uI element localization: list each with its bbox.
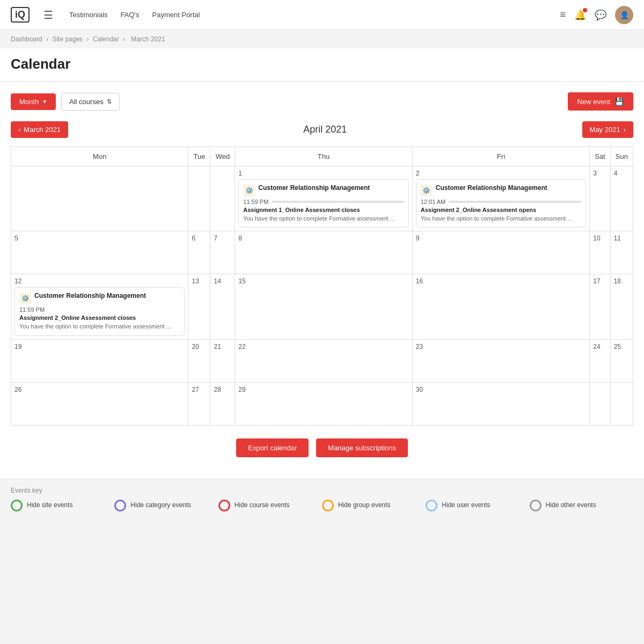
cell-thu-29: 29 xyxy=(235,382,412,425)
list-icon[interactable]: ≡ xyxy=(560,9,566,20)
calendar-row-3: 12 ⚙️ Customer Relationship Management 1… xyxy=(11,274,633,339)
next-month-button[interactable]: May 2021 › xyxy=(582,121,633,138)
key-item-site[interactable]: Hide site events xyxy=(11,500,114,511)
day-number: 12 xyxy=(14,277,185,285)
header-actions: ≡ 🔔 💬 👤 xyxy=(560,6,633,24)
key-item-course[interactable]: Hide course events xyxy=(218,500,322,511)
cell-thu-8: 8 xyxy=(235,231,412,274)
manage-subscriptions-button[interactable]: Manage subscriptions xyxy=(316,438,407,457)
nav-payment[interactable]: Payment Portal xyxy=(152,11,200,19)
cell-mon-19: 19 xyxy=(11,339,188,382)
prev-arrow: ‹ xyxy=(18,126,20,134)
save-icon: 💾 xyxy=(614,97,624,106)
footer-buttons: Export calendar Manage subscriptions xyxy=(11,438,633,457)
event-time-mon12: 11:59 PM xyxy=(19,306,45,313)
cell-wed-21: 21 xyxy=(210,339,235,382)
all-courses-button[interactable]: All courses ⇅ xyxy=(61,93,120,111)
key-label-course: Hide course events xyxy=(235,501,290,510)
month-button[interactable]: Month ▼ xyxy=(11,93,56,110)
cell-mon-12: 12 ⚙️ Customer Relationship Management 1… xyxy=(11,274,188,339)
page-title-area: Calendar xyxy=(0,48,644,82)
cell-empty-1 xyxy=(11,166,188,231)
key-item-group[interactable]: Hide group events xyxy=(322,500,426,511)
cell-fri-23: 23 xyxy=(412,339,589,382)
event-assignment-thu1: Assignment 1_Online Assessment closes xyxy=(243,207,404,213)
event-time-bar-fri2 xyxy=(449,201,581,203)
cell-fri-16: 16 xyxy=(412,274,589,339)
cell-mon-26: 26 xyxy=(11,382,188,425)
key-label-group: Hide group events xyxy=(338,501,390,510)
day-number: 3 xyxy=(593,170,606,177)
cell-tue-6: 6 xyxy=(188,231,210,274)
key-item-user[interactable]: Hide user events xyxy=(426,500,529,511)
day-number: 1 xyxy=(238,170,408,177)
event-card-thu1[interactable]: ⚙️ Customer Relationship Management 11:5… xyxy=(238,179,408,228)
menu-icon[interactable]: ☰ xyxy=(43,9,53,21)
avatar[interactable]: 👤 xyxy=(615,6,633,24)
event-title-fri2: Customer Relationship Management xyxy=(436,184,547,193)
events-key-title: Events key xyxy=(11,487,633,494)
cell-sat-3: 3 xyxy=(590,166,610,231)
month-dropdown-arrow: ▼ xyxy=(42,99,47,105)
cell-sun-11: 11 xyxy=(610,231,633,274)
breadcrumb-dashboard[interactable]: Dashboard xyxy=(11,35,42,43)
cell-sat-10: 10 xyxy=(590,231,610,274)
cell-fri-9: 9 xyxy=(412,231,589,274)
event-icon-fri2: ⚙️ xyxy=(421,185,433,196)
header: iQ ☰ Testimonials FAQ's Payment Portal ≡… xyxy=(0,0,644,30)
notification-dot xyxy=(583,8,587,12)
current-month-title: April 2021 xyxy=(303,124,347,135)
cell-fri-30: 30 xyxy=(412,382,589,425)
col-header-fri: Fri xyxy=(412,147,589,166)
col-header-sun: Sun xyxy=(610,147,633,166)
main-content: Month ▼ All courses ⇅ New event 💾 ‹ Marc… xyxy=(0,82,644,479)
col-header-wed: Wed xyxy=(210,147,235,166)
key-item-other[interactable]: Hide other events xyxy=(530,500,633,511)
cell-thu-15: 15 xyxy=(235,274,412,339)
event-icon-thu1: ⚙️ xyxy=(243,185,255,196)
calendar-row-1: 1 ⚙️ Customer Relationship Management 11… xyxy=(11,166,633,231)
new-event-button[interactable]: New event 💾 xyxy=(568,92,633,111)
events-key: Events key Hide site events Hide categor… xyxy=(0,479,644,519)
event-card-mon12[interactable]: ⚙️ Customer Relationship Management 11:5… xyxy=(14,287,185,335)
cell-sun-25: 25 xyxy=(610,339,633,382)
chat-icon[interactable]: 💬 xyxy=(595,9,606,21)
event-time-thu1: 11:59 PM xyxy=(243,199,268,205)
day-number: 2 xyxy=(416,170,586,177)
toolbar: Month ▼ All courses ⇅ New event 💾 xyxy=(11,92,633,111)
breadcrumb-site-pages[interactable]: Site pages xyxy=(52,35,83,43)
cell-fri-2: 2 ⚙️ Customer Relationship Management 12… xyxy=(412,166,589,231)
main-nav: Testimonials FAQ's Payment Portal xyxy=(69,11,200,19)
event-time-fri2: 12:01 AM xyxy=(421,199,445,205)
cell-tue-13: 13 xyxy=(188,274,210,339)
nav-faqs[interactable]: FAQ's xyxy=(121,11,140,19)
event-icon-mon12: ⚙️ xyxy=(19,292,31,304)
calendar-nav: ‹ March 2021 April 2021 May 2021 › xyxy=(11,121,633,138)
key-circle-category xyxy=(114,500,126,511)
cell-empty-sun xyxy=(610,382,633,425)
prev-month-button[interactable]: ‹ March 2021 xyxy=(11,121,68,138)
events-key-items: Hide site events Hide category events Hi… xyxy=(11,500,633,511)
col-header-mon: Mon xyxy=(11,147,188,166)
cell-sun-18: 18 xyxy=(610,274,633,339)
event-card-fri2[interactable]: ⚙️ Customer Relationship Management 12:0… xyxy=(416,179,586,228)
cell-wed-14: 14 xyxy=(210,274,235,339)
cell-sun-4: 4 xyxy=(610,166,633,231)
breadcrumb: Dashboard › Site pages › Calendar › Marc… xyxy=(0,30,644,48)
calendar-table: Mon Tue Wed Thu Fri Sat Sun 1 ⚙️ xyxy=(11,147,633,426)
key-item-category[interactable]: Hide category events xyxy=(114,500,218,511)
col-header-thu: Thu xyxy=(235,147,412,166)
key-label-user: Hide user events xyxy=(442,501,490,510)
col-header-sat: Sat xyxy=(590,147,610,166)
nav-testimonials[interactable]: Testimonials xyxy=(69,11,108,19)
notification-icon[interactable]: 🔔 xyxy=(574,9,586,21)
export-calendar-button[interactable]: Export calendar xyxy=(236,438,309,457)
key-circle-group xyxy=(322,500,334,511)
breadcrumb-calendar[interactable]: Calendar xyxy=(93,35,119,43)
cell-empty-2 xyxy=(188,166,210,231)
event-assignment-fri2: Assignment 2_Online Assessment opens xyxy=(421,207,581,213)
cell-empty-sat xyxy=(590,382,610,425)
courses-dropdown-icon: ⇅ xyxy=(107,98,112,105)
event-time-bar xyxy=(272,201,404,203)
cell-sat-24: 24 xyxy=(590,339,610,382)
